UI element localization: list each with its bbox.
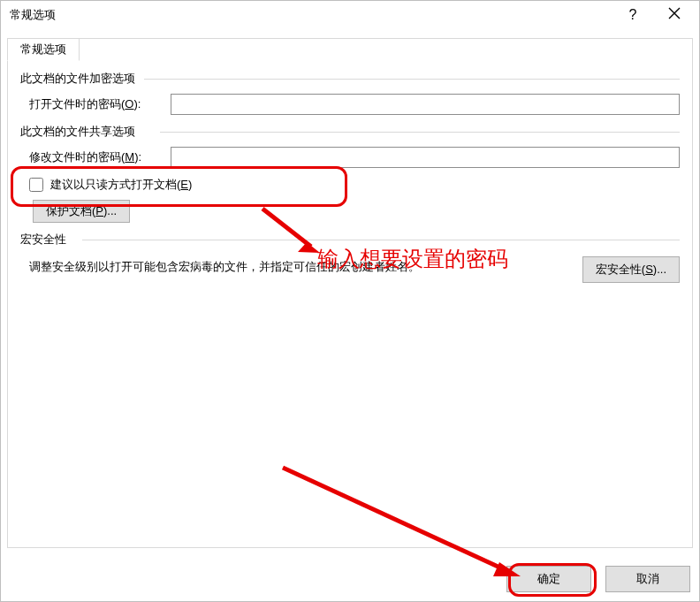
ok-button[interactable]: 确定 [506,566,591,592]
cancel-button[interactable]: 取消 [605,566,690,592]
dialog-window: 常规选项 ? 常规选项 此文档的文件加密选项 打开文件时的密码(O): 此文档的… [0,0,700,602]
dialog-title: 常规选项 [10,8,56,21]
tab-container: 常规选项 此文档的文件加密选项 打开文件时的密码(O): 此文档的文件共享选项 … [7,38,693,548]
readonly-label: 建议以只读方式打开文档(E) [50,177,192,193]
open-password-input[interactable] [171,94,680,115]
tab-general[interactable]: 常规选项 [7,38,80,61]
row-open-password: 打开文件时的密码(O): [29,94,680,115]
row-readonly-recommend: 建议以只读方式打开文档(E) [29,177,680,193]
row-modify-password: 修改文件时的密码(M): [29,147,680,168]
section-encrypt: 此文档的文件加密选项 打开文件时的密码(O): [20,71,680,115]
section-macro-legend: 宏安全性 [20,232,680,248]
row-macro: 调整安全级别以打开可能包含宏病毒的文件，并指定可信任的宏创建者姓名。 宏安全性(… [29,256,680,283]
close-button[interactable] [655,1,694,29]
dialog-footer: 确定 取消 [506,566,690,592]
macro-desc: 调整安全级别以打开可能包含宏病毒的文件，并指定可信任的宏创建者姓名。 [29,256,582,277]
protect-document-button[interactable]: 保护文档(P)... [33,200,130,223]
macro-security-button[interactable]: 宏安全性(S)... [582,256,680,283]
modify-password-label: 修改文件时的密码(M): [29,149,171,165]
titlebar: 常规选项 ? [1,1,699,29]
readonly-checkbox[interactable] [29,178,43,192]
section-macro: 宏安全性 调整安全级别以打开可能包含宏病毒的文件，并指定可信任的宏创建者姓名。 … [20,232,680,283]
help-button[interactable]: ? [618,1,648,29]
open-password-label: 打开文件时的密码(O): [29,96,171,112]
modify-password-input[interactable] [171,147,680,168]
section-share: 此文档的文件共享选项 修改文件时的密码(M): 建议以只读方式打开文档(E) 保… [20,124,680,223]
section-encrypt-legend: 此文档的文件加密选项 [20,71,680,87]
section-share-legend: 此文档的文件共享选项 [20,124,680,140]
